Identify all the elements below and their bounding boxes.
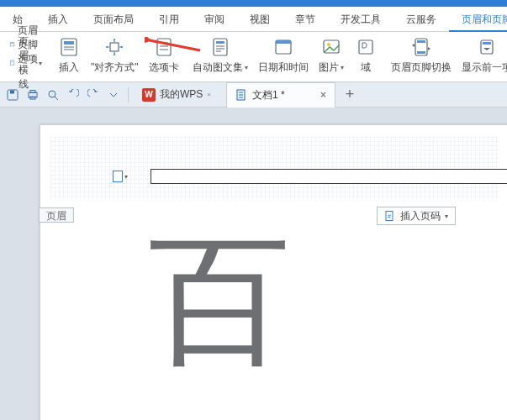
tab-page-layout[interactable]: 页面布局 [81,7,146,32]
tab-references[interactable]: 引用 [146,7,192,32]
ribbon-group-header-options: 页眉页脚选项 页眉横线 ▾ [3,34,49,80]
document-body-text[interactable]: 百 [148,230,291,373]
svg-point-26 [327,43,330,46]
header-style-dropdown[interactable]: ▾ [112,169,129,184]
prev-item-icon [475,35,499,59]
image-button[interactable]: 图片 ▾ [314,34,349,80]
tab-dev-tools[interactable]: 开发工具 [328,7,393,32]
wps-home-tab[interactable]: W 我的WPS × [134,82,219,108]
wps-logo-icon: W [142,88,156,102]
page-mini-icon [113,171,123,182]
document-viewport: ▾ 页眉 # 插入页码 ▾ 百 [0,108,507,420]
qat-redo-icon[interactable] [84,86,103,104]
header-horizontal-line-button[interactable]: 页眉横线 ▾ [7,54,45,72]
tab-cloud[interactable]: 云服务 [393,7,449,32]
chevron-down-icon: ▾ [39,60,42,67]
svg-rect-8 [110,43,119,51]
document-tab-label: 文档1 * [252,88,315,102]
svg-rect-14 [216,41,224,44]
insert-page-number-label: 插入页码 [400,209,441,223]
svg-rect-5 [64,41,74,45]
svg-rect-29 [417,40,425,43]
tab-review[interactable]: 审阅 [192,7,237,32]
svg-rect-32 [483,42,491,45]
page-options-icon [10,38,15,51]
hf-switch-button[interactable]: 页眉页脚切换 [386,34,457,80]
calendar-icon [272,35,295,59]
option-tab-label: 选项卡 [149,60,179,75]
doc-type-icon [235,89,247,101]
align-mode-button[interactable]: "对齐方式" [86,34,144,80]
prev-item-label: 显示前一项 [462,60,507,75]
svg-rect-2 [10,60,13,65]
qat-undo-icon[interactable] [64,86,82,104]
chevron-down-icon: ▾ [341,64,344,71]
chevron-down-icon: ▾ [245,64,248,71]
header-content-bar: ▾ [112,169,507,184]
page: ▾ 页眉 # 插入页码 ▾ 百 [40,124,507,420]
expand-icon [103,35,126,59]
qat-separator [128,87,129,102]
insert-button[interactable]: 插入 [52,34,86,80]
wps-home-label: 我的WPS [160,87,203,102]
document-tab[interactable]: 文档1 * × [226,82,335,108]
auto-collection-button[interactable]: 自动图文集 ▾ [187,34,253,80]
tab-insert[interactable]: 插入 [35,7,81,32]
date-time-label: 日期和时间 [258,60,309,75]
ribbon: 页眉页脚选项 页眉横线 ▾ 插入 [0,32,507,82]
tab-header-footer[interactable]: 页眉和页脚 [449,7,507,32]
svg-rect-30 [417,51,425,54]
prev-item-button[interactable]: 显示前一项 [457,34,507,80]
header-tag-label: 页眉 [39,207,74,223]
new-tab-button[interactable]: + [341,86,359,104]
insert-icon [57,35,81,59]
svg-rect-27 [359,40,372,54]
date-time-button[interactable]: 日期和时间 [253,34,314,80]
quick-access-bar: W 我的WPS × 文档1 * × + [0,82,507,108]
option-tab-button[interactable]: 选项卡 [144,34,184,80]
tab-sections[interactable]: 章节 [283,7,328,32]
svg-rect-9 [157,39,171,55]
image-label: 图片 [319,60,339,75]
chevron-down-icon: ▾ [445,213,448,220]
page-number-icon: # [384,210,396,222]
field-label: 域 [361,60,371,75]
svg-text:#: # [388,213,391,219]
svg-point-39 [49,91,55,97]
insert-label: 插入 [59,60,79,75]
header-edit-region[interactable] [50,137,499,199]
header-text-field[interactable] [151,169,507,184]
picture-icon [320,35,343,59]
svg-rect-1 [11,43,13,44]
page-hline-icon [10,56,16,70]
document-tab-close-icon[interactable]: × [320,89,326,101]
options-card-icon [152,35,176,59]
ribbon-tab-strip: 始 插入 页面布局 引用 审阅 视图 章节 开发工具 云服务 页眉和页脚 [0,7,507,32]
field-icon [354,35,378,59]
field-button[interactable]: 域 [349,34,383,80]
tab-view[interactable]: 视图 [237,7,283,32]
close-icon[interactable]: × [207,91,211,98]
auto-collection-label: 自动图文集 [193,60,243,75]
svg-rect-19 [276,40,291,44]
insert-page-number-button[interactable]: # 插入页码 ▾ [377,207,456,225]
qat-preview-icon[interactable] [44,86,62,104]
auto-text-icon [209,35,232,59]
svg-rect-35 [10,90,14,93]
align-mode-label: "对齐方式" [91,60,139,75]
chevron-down-icon: ▾ [124,173,128,181]
svg-line-40 [55,97,58,100]
hf-switch-label: 页眉页脚切换 [391,60,452,75]
header-horizontal-line-label: 页眉横线 [18,34,36,92]
qat-dropdown-icon[interactable] [104,86,123,104]
hf-switch-icon [409,35,433,59]
